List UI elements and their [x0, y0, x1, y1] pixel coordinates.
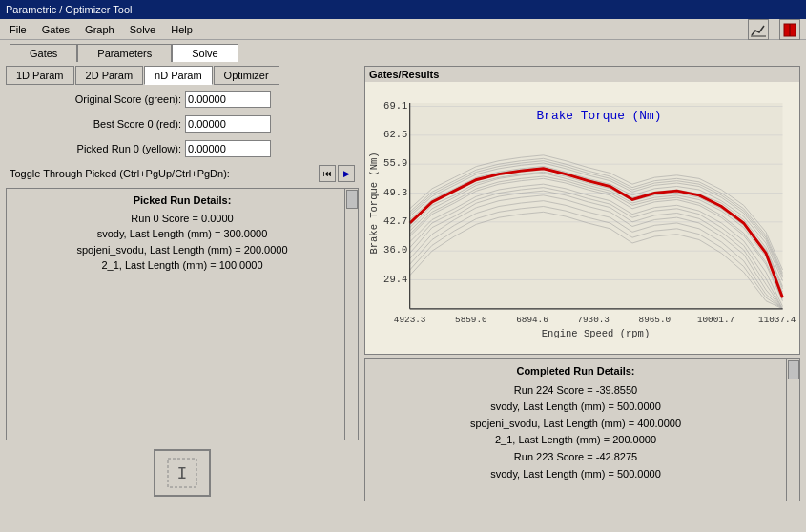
tabs-top: Gates Parameters Solve	[0, 40, 806, 62]
toggle-row: Toggle Through Picked (Ctrl+PgUp/Ctrl+Pg…	[6, 165, 359, 182]
picked-run-label: Picked Run 0 (yellow):	[10, 143, 181, 154]
completed-run-content: Completed Run Details: Run 224 Score = -…	[369, 363, 782, 482]
completed-scrollbar-thumb[interactable]	[788, 360, 799, 379]
svg-text:62.5: 62.5	[383, 129, 407, 140]
scrollbar-thumb[interactable]	[346, 190, 358, 209]
graph-area: Gates/Results 69.1 62.5 55.9 49.3 42.7 3…	[364, 66, 800, 355]
svg-text:Brake Torque (Nm): Brake Torque (Nm)	[537, 110, 662, 124]
tab-solve[interactable]: Solve	[172, 44, 238, 62]
tab-content: 1D Param 2D Param nD Param Optimizer Ori…	[0, 62, 806, 505]
subtab-2d-param[interactable]: 2D Param	[75, 66, 144, 85]
svg-text:49.3: 49.3	[383, 187, 407, 198]
title-bar: Parametric / Optimizer Tool	[0, 0, 806, 19]
svg-text:11037.4: 11037.4	[758, 315, 796, 325]
svg-text:55.9: 55.9	[383, 158, 407, 170]
picked-run-input[interactable]	[185, 140, 271, 157]
graph-svg: 69.1 62.5 55.9 49.3 42.7 36.0 29.4	[365, 86, 799, 354]
svg-text:29.4: 29.4	[383, 274, 407, 285]
svg-text:42.7: 42.7	[383, 215, 407, 227]
svg-text:7930.3: 7930.3	[577, 315, 610, 325]
completed-run-line-2: spojeni_svodu, Last Length (mm) = 400.00…	[369, 416, 782, 433]
svg-text:4923.3: 4923.3	[394, 315, 426, 325]
completed-run-line-1: svody, Last Length (mm) = 500.0000	[369, 399, 782, 416]
picked-run-line-0: Run 0 Score = 0.0000	[10, 211, 354, 227]
picked-run-scrollbar[interactable]	[344, 189, 358, 440]
picked-run-title: Picked Run Details:	[10, 193, 354, 209]
toggle-buttons: ⏮ ▶	[319, 165, 355, 182]
completed-run-line-4: Run 223 Score = -42.8275	[369, 449, 782, 466]
svg-text:69.1: 69.1	[383, 100, 407, 112]
graph-section-title: Gates/Results	[365, 67, 799, 82]
picked-run-line-2: spojeni_svodu, Last Length (mm) = 200.00…	[10, 242, 354, 258]
graph-toolbar-btn[interactable]	[748, 19, 769, 40]
completed-run-line-5: svody, Last Length (mm) = 500.0000	[369, 466, 782, 483]
menu-bar: File Gates Graph Solve Help	[0, 19, 806, 40]
menu-help[interactable]: Help	[167, 23, 196, 36]
menu-graph[interactable]: Graph	[81, 23, 118, 36]
menu-solve[interactable]: Solve	[126, 23, 160, 36]
menu-file[interactable]: File	[6, 23, 31, 36]
graph-inner: 69.1 62.5 55.9 49.3 42.7 36.0 29.4	[365, 86, 799, 354]
completed-run-scrollbar[interactable]	[786, 359, 799, 501]
svg-text:10001.7: 10001.7	[697, 315, 734, 325]
svg-text:I: I	[177, 464, 188, 483]
toggle-play-btn[interactable]: ▶	[338, 165, 355, 182]
original-score-row: Original Score (green):	[6, 91, 359, 108]
picked-run-row: Picked Run 0 (yellow):	[6, 140, 359, 157]
subtab-optimizer[interactable]: Optimizer	[214, 66, 279, 85]
picked-run-box: Picked Run Details: Run 0 Score = 0.0000…	[6, 188, 359, 440]
left-panel: 1D Param 2D Param nD Param Optimizer Ori…	[6, 66, 359, 501]
svg-text:8965.0: 8965.0	[639, 315, 672, 325]
picked-run-content: Picked Run Details: Run 0 Score = 0.0000…	[10, 193, 354, 274]
app-title: Parametric / Optimizer Tool	[6, 4, 132, 15]
svg-text:Brake Torque (Nm): Brake Torque (Nm)	[368, 152, 380, 254]
completed-run-box: Completed Run Details: Run 224 Score = -…	[364, 358, 800, 501]
best-score-input[interactable]	[185, 115, 271, 133]
run-button-area: I	[6, 444, 359, 501]
subtab-nd-param[interactable]: nD Param	[144, 66, 213, 85]
graph-icon	[751, 22, 766, 37]
original-score-label: Original Score (green):	[10, 93, 181, 105]
book-icon	[782, 22, 797, 37]
tab-gates[interactable]: Gates	[10, 44, 77, 62]
svg-text:6894.6: 6894.6	[516, 315, 548, 325]
svg-text:5859.0: 5859.0	[455, 315, 487, 325]
tab-parameters[interactable]: Parameters	[77, 44, 172, 62]
original-score-input[interactable]	[185, 91, 271, 108]
svg-text:36.0: 36.0	[383, 245, 407, 256]
toggle-label: Toggle Through Picked (Ctrl+PgUp/Ctrl+Pg…	[10, 168, 319, 179]
subtab-1d-param[interactable]: 1D Param	[6, 66, 74, 85]
completed-run-title: Completed Run Details:	[369, 363, 782, 380]
menu-gates[interactable]: Gates	[38, 23, 73, 36]
run-button[interactable]: I	[154, 449, 211, 497]
completed-run-line-3: 2_1, Last Length (mm) = 200.0000	[369, 432, 782, 449]
picked-run-line-1: svody, Last Length (mm) = 300.0000	[10, 226, 354, 242]
best-score-row: Best Score 0 (red):	[6, 115, 359, 133]
book-toolbar-btn[interactable]	[779, 19, 800, 40]
toggle-prev-btn[interactable]: ⏮	[319, 165, 336, 182]
svg-text:Engine Speed (rpm): Engine Speed (rpm)	[542, 328, 650, 339]
picked-run-line-3: 2_1, Last Length (mm) = 100.0000	[10, 257, 354, 274]
best-score-label: Best Score 0 (red):	[10, 118, 181, 130]
right-panel: Gates/Results 69.1 62.5 55.9 49.3 42.7 3…	[364, 66, 800, 501]
main-container: Gates Parameters Solve 1D Param 2D Param…	[0, 40, 806, 505]
sub-tabs: 1D Param 2D Param nD Param Optimizer	[6, 66, 359, 85]
run-icon: I	[163, 454, 201, 492]
completed-run-line-0: Run 224 Score = -39.8550	[369, 382, 782, 399]
